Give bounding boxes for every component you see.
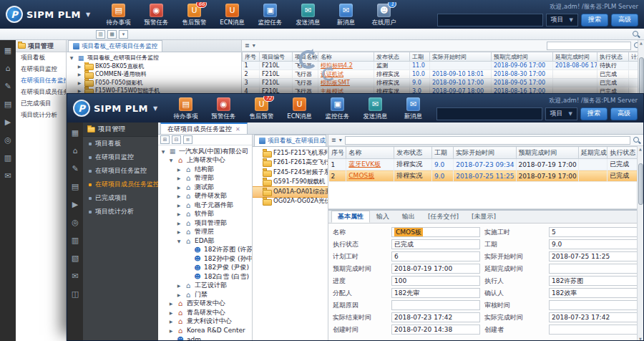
table-filter-input[interactable] — [345, 136, 630, 145]
tree-item[interactable]: ▶ 管理层 — [158, 228, 252, 237]
search-icon[interactable] — [633, 31, 640, 38]
rail-icon[interactable]: ✉ — [4, 172, 11, 180]
detail-tab[interactable]: 输出 — [396, 211, 421, 223]
search-scope-select[interactable]: 项目▼ — [545, 107, 577, 120]
field-value[interactable]: 2018-07-23 17:42 — [391, 312, 480, 322]
panel-tab[interactable]: 项目看板_在研项目成员任务监控_1 — [254, 135, 326, 146]
scroll-up-icon[interactable]: ▲ — [640, 40, 643, 46]
tree-item[interactable]: ▶ 工艺设计部 — [158, 282, 252, 291]
toolbar-item[interactable]: ☻1 在线用户 — [366, 2, 402, 27]
table-row[interactable]: 2F210L飞行器认证机试排程实况10.02018-09-10 18:01201… — [243, 70, 644, 79]
rail-icon[interactable]: ▦ — [72, 129, 79, 137]
detail-tab[interactable]: 基本属性 — [331, 211, 370, 223]
panel-tab[interactable]: 项目看板_在研项目任务监控 — [68, 40, 162, 52]
field-value[interactable]: 182效率 — [549, 288, 638, 298]
tree-toolbar-icon[interactable]: ≡ — [183, 135, 192, 144]
expand-arrow-icon[interactable]: ▶ — [77, 72, 82, 77]
toolbar-item[interactable]: U66 售后预警 — [176, 2, 213, 27]
folder-item[interactable]: G591-F590舰载机 — [253, 178, 328, 188]
toolbar-item[interactable]: ✉ 新消息 — [395, 96, 431, 121]
rail-icon[interactable]: ▤ — [72, 183, 79, 191]
filter-icon[interactable]: ≣ — [331, 137, 336, 143]
workspace-tab[interactable]: 在研项目成员任务监控✕ — [160, 123, 248, 134]
sidebar-item[interactable]: 在研项目监控 — [83, 150, 158, 164]
tree-item[interactable]: ▶ 西安研发中心 — [158, 299, 252, 309]
rail-icon[interactable]: ✎ — [4, 82, 11, 90]
search-scope-select[interactable]: 项目▼ — [546, 14, 578, 27]
tree-item[interactable]: 182白雪 (白雪) — [158, 272, 252, 282]
nav-item[interactable]: 项目看板 — [16, 52, 66, 64]
search-button[interactable]: 搜索 — [580, 107, 608, 120]
field-value[interactable]: 2018-07-19 17:00 — [391, 264, 480, 274]
toolbar-item[interactable]: ◉ 预警任务 — [205, 96, 242, 121]
expand-arrow-icon[interactable]: ▶ — [176, 283, 182, 288]
nav-item[interactable]: 在研项目成员任务监控 — [16, 87, 66, 98]
expand-arrow-icon[interactable]: ▶ — [176, 176, 182, 181]
field-value[interactable]: 2018-07-20 14:38 — [391, 325, 480, 335]
expand-arrow-icon[interactable]: ▼ — [168, 158, 174, 163]
column-header[interactable]: 预期完成时间 — [516, 147, 578, 159]
column-header[interactable]: 序号 — [243, 52, 260, 62]
column-header[interactable]: 名称 — [346, 147, 394, 159]
tree-item[interactable]: 182许苏图 (许苏图) — [158, 246, 252, 255]
sidebar-item[interactable]: 在研项目成员任务监控 — [83, 178, 158, 191]
rail-icon[interactable]: ▶ — [5, 118, 11, 126]
toolbar-item[interactable]: ✉ 新消息 — [328, 2, 364, 27]
column-header[interactable]: 发布状态 — [394, 147, 432, 159]
tree-item[interactable]: ▶ F050-F050摄影机 — [67, 79, 241, 87]
expand-arrow-icon[interactable]: ▶ — [168, 310, 174, 315]
toolbar-small-icon[interactable]: ▦ — [107, 30, 117, 39]
expand-arrow-icon[interactable]: ▶ — [176, 229, 182, 234]
table-row[interactable]: 3F210L飞行器模拟板SMT排程实况9.02018-09-10 17:0020… — [243, 79, 644, 87]
rail-icon[interactable]: ▤ — [4, 100, 11, 108]
nav-item[interactable]: 已完成项目 — [16, 98, 66, 110]
column-header[interactable]: 执行状态 — [597, 52, 629, 62]
field-value[interactable]: 182先审 — [391, 288, 480, 298]
field-value[interactable]: 2018-07-25 11:25 — [549, 251, 638, 261]
field-value[interactable]: 已完成 — [391, 239, 480, 249]
scroll-up-icon[interactable]: ▲ — [639, 146, 642, 152]
tree-item[interactable]: ▶ 电子元器件部 — [158, 201, 252, 210]
tree-item[interactable]: 182孙中俊 (孙中俊) — [158, 254, 252, 264]
expand-arrow-icon[interactable]: ▶ — [176, 203, 182, 208]
tree-item[interactable]: ▶ 结构部 — [158, 165, 252, 174]
expand-arrow-icon[interactable]: ▶ — [168, 328, 174, 333]
sidebar-item[interactable]: 在研项目任务监控 — [83, 164, 158, 178]
tree-item[interactable]: ▶ COMMEN-通用物料 — [67, 70, 241, 79]
sidebar-item[interactable]: 已完成项目 — [83, 191, 158, 205]
tree-item[interactable]: ▶ 意大利设计中心 — [158, 317, 252, 327]
expand-arrow-icon[interactable]: ▶ — [176, 221, 182, 226]
column-header[interactable]: 序号 — [329, 147, 346, 159]
scroll-down-icon[interactable]: ▼ — [639, 336, 642, 341]
toolbar-item[interactable]: ▤ 待办事项 — [100, 2, 137, 27]
column-header[interactable]: 预期完成时间 — [492, 52, 553, 62]
close-icon[interactable]: ✕ — [235, 126, 240, 133]
expand-arrow-icon[interactable]: ▶ — [77, 64, 82, 69]
field-value[interactable]: 9.0 — [549, 239, 638, 249]
rail-icon[interactable]: ◫ — [72, 290, 79, 298]
rail-icon[interactable]: ⌂ — [6, 64, 11, 72]
toolbar-small-icon[interactable]: ▾ — [119, 30, 128, 39]
vertical-scrollbar[interactable]: ▲▼ — [637, 146, 643, 341]
tree-item[interactable]: ▶ Korea R&D Center — [158, 326, 252, 335]
rail-icon[interactable]: ✉ — [72, 272, 78, 280]
scrollbar-thumb[interactable] — [638, 163, 643, 205]
column-header[interactable]: 延期完成时间 — [578, 147, 608, 159]
toolbar-item[interactable]: ▤ 待办事项 — [167, 96, 204, 121]
toolbar-small-icon[interactable]: ▥ — [96, 30, 105, 39]
toolbar-item[interactable]: ▣ 监控任务 — [319, 96, 356, 121]
tree-item[interactable]: 182尹俊 (尹俊) — [158, 264, 252, 273]
advanced-search-button[interactable]: 高级 — [610, 107, 638, 120]
folder-item[interactable]: F245-F245射频子系统 — [253, 168, 328, 178]
toolbar-item[interactable]: ✉ 发送消息 — [357, 96, 394, 121]
tree-item[interactable]: ▼ 一汽东风(中国)有限公司 — [158, 147, 252, 156]
tree-item[interactable]: ▶ BK05-BK05直板机 — [67, 62, 241, 71]
global-search-input[interactable] — [436, 107, 542, 120]
caret-down-icon[interactable]: ▾ — [253, 42, 255, 49]
expand-arrow-icon[interactable]: ▶ — [176, 292, 182, 297]
field-value[interactable]: 2018-07-23 17:42 — [549, 312, 638, 322]
toolbar-item[interactable]: U ECN消息 — [214, 2, 250, 27]
rail-icon[interactable]: ⌂ — [73, 147, 78, 155]
column-header[interactable]: 发布状态 — [374, 52, 410, 62]
toolbar-item[interactable]: ▣ 监控任务 — [252, 2, 288, 27]
